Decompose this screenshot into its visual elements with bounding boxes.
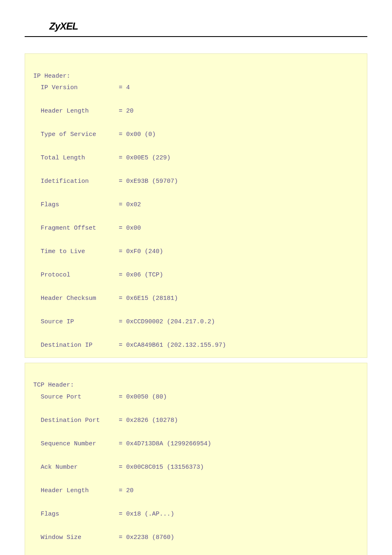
field-label: Window Size bbox=[41, 532, 119, 544]
tcp-header-block: TCP Header: Source Port= 0x0050 (80) Des… bbox=[25, 363, 367, 555]
field-label: Source Port bbox=[41, 391, 119, 403]
field-label: Header Length bbox=[41, 106, 119, 117]
field-label: Flags bbox=[41, 199, 119, 211]
field-label: Header Length bbox=[41, 485, 119, 497]
field-value: = 0x02 bbox=[119, 199, 141, 211]
field-label: Time to Live bbox=[41, 246, 119, 258]
field-value: = 0x18 (.AP...) bbox=[119, 509, 174, 520]
field-label: Destination IP bbox=[41, 340, 119, 352]
field-value: = 0x0050 (80) bbox=[119, 391, 167, 403]
field-label: Ack Number bbox=[41, 462, 119, 474]
field-value: = 0x06 (TCP) bbox=[119, 269, 163, 281]
field-value: = 0xF0 (240) bbox=[119, 246, 163, 258]
content-area: IP Header: IP Version= 4 Header Length= … bbox=[0, 37, 392, 555]
field-value: = 0x00 bbox=[119, 223, 141, 235]
tcp-header-title: TCP Header: bbox=[33, 382, 74, 389]
field-label: IP Version bbox=[41, 82, 119, 94]
field-label: Header Checksum bbox=[41, 293, 119, 305]
field-label: Sequence Number bbox=[41, 438, 119, 450]
field-value: = 0x2826 (10278) bbox=[119, 415, 178, 427]
field-value: = 0x2238 (8760) bbox=[119, 532, 174, 544]
field-value: = 0x00E5 (229) bbox=[119, 152, 171, 164]
ip-header-title: IP Header: bbox=[33, 73, 70, 80]
field-value: = 0x6E15 (28181) bbox=[119, 293, 178, 305]
tcp-header-fields: Source Port= 0x0050 (80) Destination Por… bbox=[33, 391, 359, 555]
ip-header-block: IP Header: IP Version= 4 Header Length= … bbox=[25, 53, 367, 358]
field-label: Total Length bbox=[41, 152, 119, 164]
field-value: = 20 bbox=[119, 106, 134, 117]
field-label: Type of Service bbox=[41, 129, 119, 141]
field-value: = 0xCCD90002 (204.217.0.2) bbox=[119, 316, 215, 328]
field-label: Fragment Offset bbox=[41, 223, 119, 235]
field-value: = 20 bbox=[119, 485, 134, 497]
field-label: Protocol bbox=[41, 269, 119, 281]
field-value: = 0xE93B (59707) bbox=[119, 176, 178, 188]
field-value: = 0x00 (0) bbox=[119, 129, 156, 141]
ip-header-fields: IP Version= 4 Header Length= 20 Type of … bbox=[33, 82, 359, 352]
field-label: Destination Port bbox=[41, 415, 119, 427]
field-value: = 0x00C8C015 (13156373) bbox=[119, 462, 204, 474]
field-label: Source IP bbox=[41, 316, 119, 328]
brand-logo: ZyXEL bbox=[49, 21, 343, 32]
field-value: = 0x4D713D8A (1299266954) bbox=[119, 438, 211, 450]
field-label: Flags bbox=[41, 509, 119, 520]
field-label: Idetification bbox=[41, 176, 119, 188]
field-value: = 4 bbox=[119, 82, 130, 94]
page-header: ZyXEL bbox=[25, 0, 367, 37]
field-value: = 0xCA849B61 (202.132.155.97) bbox=[119, 340, 226, 352]
